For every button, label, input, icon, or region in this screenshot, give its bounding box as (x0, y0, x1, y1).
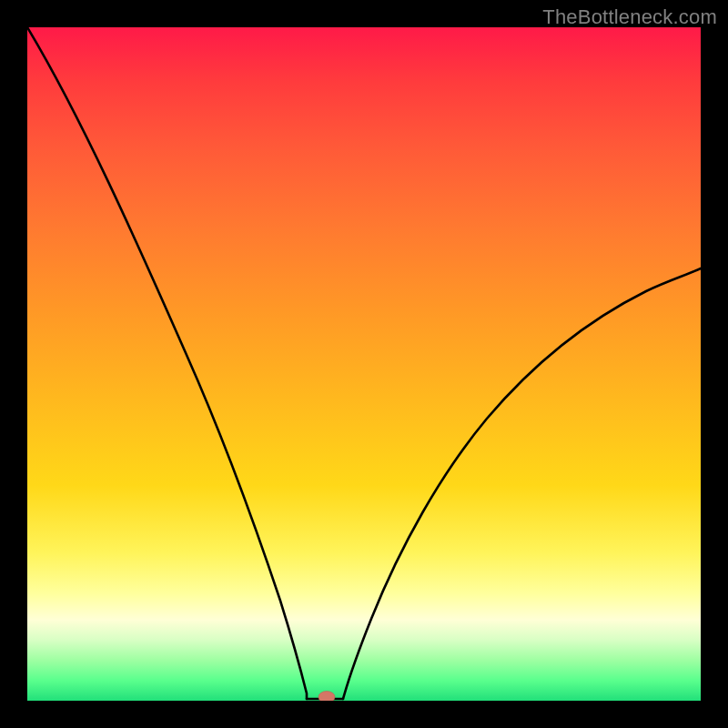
curve-left (27, 27, 307, 699)
chart-frame: TheBottleneck.com (0, 0, 728, 728)
curve-right (343, 268, 701, 699)
plot-area (27, 27, 701, 701)
bottleneck-curve (27, 27, 701, 701)
min-marker (318, 692, 335, 702)
watermark-text: TheBottleneck.com (542, 5, 717, 29)
